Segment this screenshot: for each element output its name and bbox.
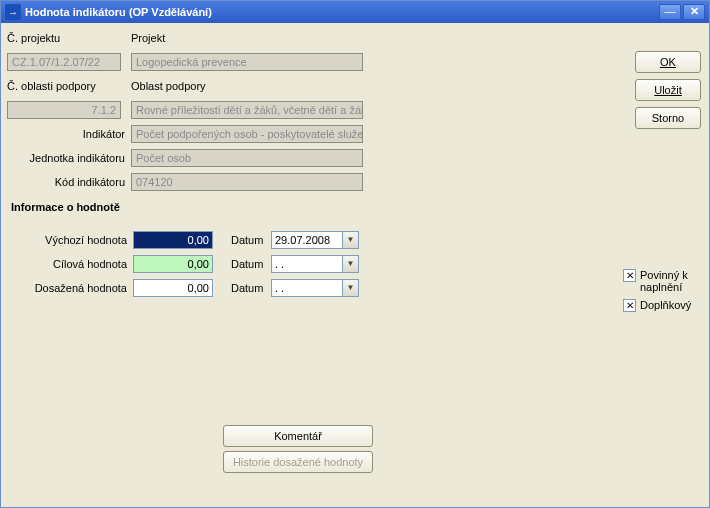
input-start-value[interactable]: 0,00: [133, 231, 213, 249]
app-icon: →: [5, 4, 21, 20]
label-start-date: Datum: [231, 234, 271, 246]
group-title: Informace o hodnotě: [11, 201, 611, 213]
label-mandatory: Povinný k naplnění: [640, 269, 701, 293]
field-area-num: 7.1.2: [7, 101, 121, 119]
input-reached-value[interactable]: 0,00: [133, 279, 213, 297]
storno-button[interactable]: Storno: [635, 107, 701, 129]
label-project-name: Projekt: [131, 32, 171, 44]
input-start-date[interactable]: 29.07.2008: [271, 231, 343, 249]
label-target-date: Datum: [231, 258, 271, 270]
right-buttons: OK Uložit Storno: [635, 51, 701, 135]
save-button[interactable]: Uložit: [635, 79, 701, 101]
titlebar: → Hodnota indikátoru (OP Vzdělávání) — ✕: [1, 1, 709, 23]
window-controls: — ✕: [657, 4, 709, 20]
minimize-button[interactable]: —: [659, 4, 681, 20]
field-area-name: Rovné příležitosti dětí a žáků, včetně d…: [131, 101, 363, 119]
input-target-value[interactable]: 0,00: [133, 255, 213, 273]
label-indicator: Indikátor: [7, 128, 131, 140]
dropdown-start-date[interactable]: ▼: [343, 231, 359, 249]
ok-button[interactable]: OK: [635, 51, 701, 73]
label-area-name: Oblast podpory: [131, 80, 212, 92]
body-area: Č. projektu Projekt CZ.1.07/1.2.07/22 Lo…: [1, 23, 709, 507]
bottom-buttons: Komentář Historie dosažené hodnoty: [223, 425, 373, 477]
field-project-num: CZ.1.07/1.2.07/22: [7, 53, 121, 71]
field-indicator: Počet podpořených osob - poskytovatelé s…: [131, 125, 363, 143]
dropdown-reached-date[interactable]: ▼: [343, 279, 359, 297]
window-root: → Hodnota indikátoru (OP Vzdělávání) — ✕…: [0, 0, 710, 508]
label-code: Kód indikátoru: [7, 176, 131, 188]
label-reached-value: Dosažená hodnota: [23, 282, 133, 294]
label-project-num: Č. projektu: [7, 32, 131, 44]
checkbox-mandatory[interactable]: ✕: [623, 269, 636, 282]
label-additional: Doplňkový: [640, 299, 691, 311]
group-info: Informace o hodnotě Výchozí hodnota 0,00…: [11, 201, 611, 301]
label-start-value: Výchozí hodnota: [23, 234, 133, 246]
label-area-num: Č. oblasti podpory: [7, 80, 131, 92]
checkbox-additional[interactable]: ✕: [623, 299, 636, 312]
header-form: Č. projektu Projekt CZ.1.07/1.2.07/22 Lo…: [7, 27, 617, 195]
field-code: 074120: [131, 173, 363, 191]
comment-button[interactable]: Komentář: [223, 425, 373, 447]
field-project-name: Logopedická prevence: [131, 53, 363, 71]
input-target-date[interactable]: . .: [271, 255, 343, 273]
history-button[interactable]: Historie dosažené hodnoty: [223, 451, 373, 473]
field-unit: Počet osob: [131, 149, 363, 167]
label-unit: Jednotka indikátoru: [7, 152, 131, 164]
input-reached-date[interactable]: . .: [271, 279, 343, 297]
label-reached-date: Datum: [231, 282, 271, 294]
dropdown-target-date[interactable]: ▼: [343, 255, 359, 273]
checkboxes: ✕ Povinný k naplnění ✕ Doplňkový: [623, 269, 701, 318]
close-button[interactable]: ✕: [683, 4, 705, 20]
window-title: Hodnota indikátoru (OP Vzdělávání): [25, 6, 657, 18]
label-target-value: Cílová hodnota: [23, 258, 133, 270]
